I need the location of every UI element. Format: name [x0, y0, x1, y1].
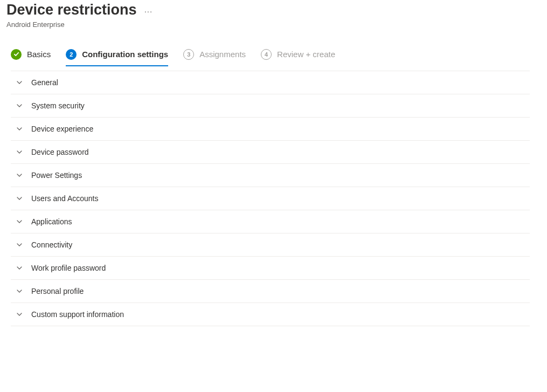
section-device-password[interactable]: Device password — [11, 141, 530, 164]
section-users-accounts[interactable]: Users and Accounts — [11, 187, 530, 210]
more-actions-button[interactable]: ··· — [144, 1, 153, 16]
chevron-down-icon — [16, 195, 23, 202]
section-label: General — [31, 78, 58, 87]
section-label: Work profile password — [31, 264, 106, 272]
section-system-security[interactable]: System security — [11, 94, 530, 118]
step-number-icon: 3 — [183, 49, 194, 60]
chevron-down-icon — [16, 311, 23, 318]
section-label: Power Settings — [31, 171, 82, 180]
section-personal-profile[interactable]: Personal profile — [11, 280, 530, 303]
section-custom-support-information[interactable]: Custom support information — [11, 303, 530, 326]
chevron-down-icon — [16, 149, 23, 155]
section-connectivity[interactable]: Connectivity — [11, 233, 530, 257]
settings-sections-list: General System security Device experienc… — [11, 71, 530, 326]
page-title: Device restrictions — [6, 1, 137, 19]
chevron-down-icon — [16, 172, 23, 178]
section-work-profile-password[interactable]: Work profile password — [11, 257, 530, 280]
step-assignments-label: Assignments — [199, 50, 246, 59]
section-applications[interactable]: Applications — [11, 210, 530, 233]
step-configuration-settings-label: Configuration settings — [82, 50, 168, 59]
section-label: Applications — [31, 217, 72, 226]
section-label: Personal profile — [31, 287, 84, 295]
step-number-icon: 2 — [66, 49, 77, 60]
section-label: System security — [31, 101, 85, 110]
chevron-down-icon — [16, 288, 23, 294]
step-configuration-settings[interactable]: 2 Configuration settings — [66, 49, 168, 66]
section-label: Device experience — [31, 125, 93, 133]
section-label: Device password — [31, 148, 89, 156]
chevron-down-icon — [16, 79, 23, 86]
chevron-down-icon — [16, 218, 23, 225]
step-basics[interactable]: Basics — [11, 49, 51, 66]
chevron-down-icon — [16, 265, 23, 271]
section-label: Connectivity — [31, 240, 72, 249]
checkmark-icon — [11, 49, 22, 60]
step-assignments[interactable]: 3 Assignments — [183, 49, 246, 66]
chevron-down-icon — [16, 102, 23, 109]
wizard-stepper: Basics 2 Configuration settings 3 Assign… — [6, 49, 541, 66]
chevron-down-icon — [16, 242, 23, 248]
page-subtitle: Android Enterprise — [6, 20, 541, 29]
section-label: Users and Accounts — [31, 194, 99, 203]
step-review-create[interactable]: 4 Review + create — [261, 49, 335, 66]
step-review-create-label: Review + create — [277, 50, 335, 59]
chevron-down-icon — [16, 126, 23, 132]
section-power-settings[interactable]: Power Settings — [11, 164, 530, 187]
step-number-icon: 4 — [261, 49, 272, 60]
section-label: Custom support information — [31, 310, 124, 319]
step-basics-label: Basics — [27, 50, 51, 59]
section-device-experience[interactable]: Device experience — [11, 118, 530, 141]
section-general[interactable]: General — [11, 71, 530, 94]
